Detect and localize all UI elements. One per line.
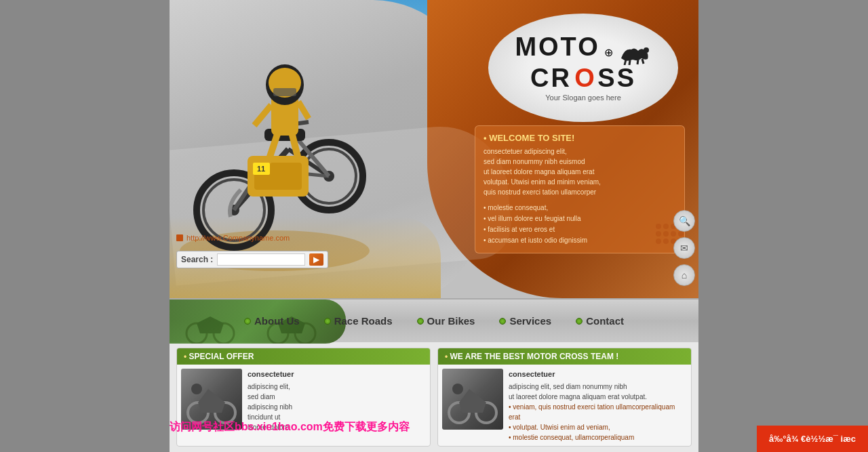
svg-point-37 — [191, 384, 202, 394]
nav-dot-our-bikes — [417, 318, 424, 325]
email-icon[interactable]: ✉ — [673, 237, 695, 259]
nav-item-about-us[interactable]: About Us — [232, 310, 312, 332]
best-team-title: WE ARE THE BEST MOTOR CROSS TEAM ! — [450, 352, 619, 361]
navbar: About Us Race Roads Our Bikes Services C… — [170, 298, 698, 342]
best-team-header: WE ARE THE BEST MOTOR CROSS TEAM ! — [438, 348, 691, 365]
best-team-text: consectetuer adipiscing elit, sed diam n… — [509, 369, 687, 439]
svg-line-20 — [298, 102, 309, 119]
nav-dot-contact — [576, 318, 583, 325]
logo-area: MOTO ⊕ CR O SS Your Slogan goes here — [488, 14, 678, 122]
welcome-box: WELCOME TO SITE! consectetuer adipiscing… — [475, 125, 685, 253]
url-bar: http://www.Companyname.com — [176, 234, 290, 242]
search-label: Search : — [181, 255, 213, 264]
nav-dot-race-roads — [324, 318, 331, 325]
nav-dot-services — [499, 318, 506, 325]
nav-label-contact: Contact — [586, 315, 624, 327]
welcome-paragraph: consectetuer adipiscing elit,sed diam no… — [484, 146, 676, 197]
welcome-sublist: molestie consequat, vel illum dolore eu … — [484, 203, 676, 246]
special-offer-header: SPECIAL OFFER — [177, 348, 430, 365]
best-team-bullet-1: veniam, quis nostrud exerci tation ullam… — [509, 403, 675, 421]
welcome-bullet-3: facilisis at vero eros et — [484, 224, 676, 235]
welcome-bullet-1: molestie consequat, — [484, 203, 676, 213]
svg-line-19 — [254, 105, 271, 125]
nav-dot-about-us — [244, 318, 251, 325]
nav-item-contact[interactable]: Contact — [564, 310, 636, 332]
nav-label-about-us: About Us — [254, 315, 300, 327]
nav-item-our-bikes[interactable]: Our Bikes — [405, 310, 488, 332]
search-button[interactable]: ▶ — [309, 253, 323, 266]
search-input[interactable] — [217, 253, 305, 266]
svg-point-40 — [452, 384, 463, 394]
best-team-strong: consectetuer — [509, 369, 687, 380]
svg-text:11: 11 — [257, 165, 265, 173]
nav-label-race-roads: Race Roads — [334, 315, 393, 327]
special-offer-title: SPECIAL OFFER — [189, 352, 254, 361]
url-icon — [176, 234, 183, 241]
cta-button[interactable]: å‰°å¾ €è½½æ¯ iæc — [757, 426, 868, 452]
best-team-card: WE ARE THE BEST MOTOR CROSS TEAM ! conse… — [437, 348, 692, 447]
logo-slogan: Your Slogan goes here — [545, 94, 621, 102]
best-team-image — [442, 369, 503, 430]
nav-item-services[interactable]: Services — [487, 310, 564, 332]
svg-rect-23 — [273, 88, 296, 96]
special-offer-strong: consectetuer — [248, 369, 426, 380]
nav-item-race-roads[interactable]: Race Roads — [312, 310, 405, 332]
action-icons-area: 🔍 ✉ ⌂ — [673, 210, 695, 286]
welcome-title: WELCOME TO SITE! — [484, 133, 676, 143]
home-icon[interactable]: ⌂ — [673, 264, 695, 286]
nav-items: About Us Race Roads Our Bikes Services C… — [232, 310, 636, 332]
nav-label-services: Services — [509, 315, 551, 327]
welcome-bullet-4: accumsan et iusto odio dignissim — [484, 235, 676, 246]
zoom-icon[interactable]: 🔍 — [673, 210, 695, 232]
main-wrapper: 11 MOTO ⊕ CR O SS — [170, 0, 698, 452]
nav-label-our-bikes: Our Bikes — [427, 315, 475, 327]
rider-image: 11 — [173, 0, 410, 285]
svg-line-30 — [642, 59, 644, 64]
bottom-section: SPECIAL OFFER consectetuer adipiscing el… — [170, 342, 698, 452]
svg-point-26 — [644, 47, 649, 53]
url-text: http://www.Companyname.com — [186, 234, 290, 242]
best-team-body: consectetuer adipiscing elit, sed diam n… — [438, 365, 691, 443]
best-team-body-text: adipiscing elit, sed diam nonummy nibhut… — [509, 383, 647, 400]
welcome-bullet-2: vel illum dolore eu feugiat nulla — [484, 213, 676, 224]
watermark: 访问网号社区bbs.xie1hao.com免费下载更多内容 — [170, 420, 410, 434]
svg-line-29 — [637, 60, 638, 64]
header: 11 MOTO ⊕ CR O SS — [170, 0, 698, 298]
best-team-bullet-3: molestie consequat, ullamcorperaliquam — [509, 434, 634, 441]
search-bar: Search : ▶ — [176, 251, 328, 268]
best-team-bullet-2: volutpat. Utwisi enim ad veniam, — [509, 424, 610, 431]
